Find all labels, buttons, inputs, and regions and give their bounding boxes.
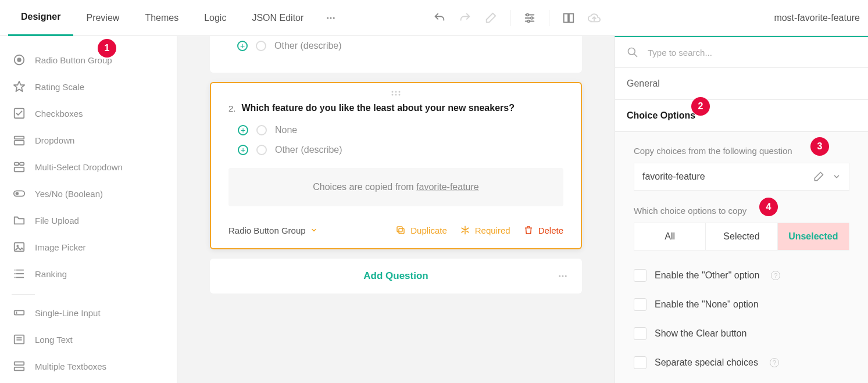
copy-from-select[interactable]: favorite-feature — [634, 163, 849, 191]
settings-button[interactable] — [523, 12, 536, 24]
redo-icon — [459, 12, 471, 24]
properties-panel: General Choice Options Copy choices from… — [615, 36, 868, 383]
tabs-more-button[interactable] — [316, 13, 345, 23]
svg-point-1 — [330, 17, 332, 19]
undo-button[interactable] — [433, 12, 446, 24]
toolbox-imagepicker[interactable]: Image Picker — [0, 234, 177, 260]
enable-none-checkbox[interactable] — [634, 298, 646, 311]
choice-other-row[interactable]: + Other (describe) — [228, 140, 563, 160]
question-title[interactable]: Which feature do you like the least abou… — [242, 103, 515, 113]
required-label: Required — [475, 225, 510, 235]
copy-mode-segmented[interactable]: All Selected Unselected — [634, 223, 849, 250]
delete-button[interactable]: Delete — [523, 225, 563, 235]
toolbox-boolean[interactable]: Yes/No (Boolean) — [0, 180, 177, 207]
survey-title[interactable]: most-favorite-feature — [774, 0, 860, 36]
choice-label: Other (describe) — [274, 41, 342, 51]
design-canvas[interactable]: + Other (describe) 2. Which feature do y… — [177, 36, 615, 383]
toolbox-label: Dropdown — [35, 135, 74, 145]
show-clear-row: Show the Clear button — [634, 319, 849, 348]
group-general[interactable]: General — [615, 68, 868, 100]
choice-label: None — [275, 125, 297, 135]
question-card-selected[interactable]: 2. Which feature do you like the least a… — [210, 82, 582, 249]
copy-mode-all[interactable]: All — [634, 223, 706, 250]
show-clear-checkbox[interactable] — [634, 327, 646, 340]
toolbox-label: Checkboxes — [35, 109, 83, 119]
toolbox-dropdown[interactable]: Dropdown — [0, 127, 177, 153]
add-icon[interactable]: + — [237, 41, 248, 51]
add-icon[interactable]: + — [238, 145, 248, 155]
enable-other-checkbox[interactable] — [634, 269, 646, 282]
multitext-icon — [13, 360, 26, 373]
chevron-down-icon — [310, 227, 317, 234]
drag-dots-icon — [390, 90, 402, 96]
duplicate-label: Duplicate — [410, 225, 447, 235]
toolbox-rating[interactable]: Rating Scale — [0, 73, 177, 100]
star-icon — [13, 80, 26, 93]
svg-point-0 — [327, 17, 329, 19]
radio-icon — [256, 125, 267, 135]
properties-search[interactable] — [615, 37, 868, 68]
toolbar-separator — [510, 10, 510, 26]
add-icon[interactable]: + — [238, 125, 248, 135]
toolbox-multitext[interactable]: Multiple Textboxes — [0, 353, 177, 380]
copied-source-link[interactable]: favorite-feature — [416, 182, 479, 192]
info-icon[interactable]: ? — [771, 271, 780, 280]
copy-mode-unselected[interactable]: Unselected — [778, 223, 849, 250]
choice-other-row[interactable]: + Other (describe) — [228, 36, 564, 56]
info-icon[interactable]: ? — [770, 358, 779, 367]
tab-designer[interactable]: Designer — [8, 0, 73, 36]
toggle-icon — [13, 187, 26, 200]
chevron-down-icon[interactable] — [833, 173, 841, 181]
svg-point-33 — [628, 48, 635, 55]
annotation-badge-2: 2 — [691, 97, 710, 116]
copy-mode-selected[interactable]: Selected — [706, 223, 777, 250]
svg-point-3 — [527, 13, 529, 16]
toolbar-separator — [549, 10, 549, 26]
clear-icon[interactable] — [813, 171, 824, 182]
tab-json-editor[interactable]: JSON Editor — [239, 0, 316, 36]
tab-logic[interactable]: Logic — [191, 0, 239, 36]
sliders-icon — [523, 12, 536, 24]
tab-themes[interactable]: Themes — [132, 0, 191, 36]
toolbox-label: Multiple Textboxes — [35, 361, 106, 371]
toolbox-text[interactable]: Single-Line Input — [0, 299, 177, 326]
required-toggle[interactable]: Required — [460, 225, 510, 235]
enable-other-label: Enable the "Other" option — [655, 270, 759, 281]
tab-preview[interactable]: Preview — [73, 0, 132, 36]
choice-none-row[interactable]: + None — [228, 120, 563, 140]
topbar-tools — [433, 0, 618, 35]
toolbox-radio[interactable]: Radio Button Group — [0, 46, 177, 73]
svg-point-22 — [392, 91, 394, 93]
svg-point-4 — [531, 17, 533, 19]
enable-other-row: Enable the "Other" option ? — [634, 261, 849, 290]
group-choice-options[interactable]: Choice Options — [615, 100, 868, 132]
toolbox-label: File Upload — [35, 216, 79, 225]
question-card-partial[interactable]: + Other (describe) — [210, 36, 582, 73]
translations-button[interactable] — [562, 12, 575, 24]
toolbox-checkboxes[interactable]: Checkboxes — [0, 100, 177, 127]
toolbox-tagbox[interactable]: Multi-Select Dropdown — [0, 153, 177, 180]
toolbox-file[interactable]: File Upload — [0, 207, 177, 234]
svg-point-2 — [333, 17, 335, 19]
drag-handle[interactable] — [211, 88, 581, 99]
add-question-more[interactable] — [558, 271, 568, 281]
eraser-icon — [484, 12, 497, 24]
show-clear-label: Show the Clear button — [655, 328, 746, 339]
duplicate-button[interactable]: Duplicate — [395, 225, 447, 235]
toolbox-label: Long Text — [35, 335, 73, 345]
toolbox-ranking[interactable]: Ranking — [0, 260, 177, 287]
search-input[interactable] — [646, 47, 856, 58]
question-type-selector[interactable]: Radio Button Group — [228, 225, 317, 235]
svg-point-24 — [399, 91, 401, 93]
add-question-button[interactable]: Add Question — [210, 259, 582, 293]
save-button[interactable] — [588, 12, 601, 24]
redo-button[interactable] — [459, 12, 471, 24]
toolbox-label: Image Picker — [35, 242, 86, 252]
clear-button[interactable] — [484, 12, 497, 24]
toolbox-label: Radio Button Group — [35, 55, 112, 65]
toolbox-comment[interactable]: Long Text — [0, 326, 177, 353]
svg-point-7 — [17, 58, 21, 62]
separate-special-checkbox[interactable] — [634, 356, 646, 369]
svg-rect-13 — [15, 167, 24, 171]
trash-icon — [523, 225, 534, 235]
